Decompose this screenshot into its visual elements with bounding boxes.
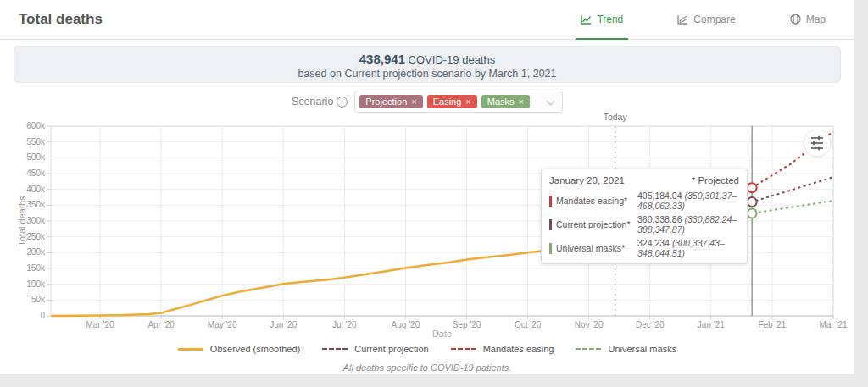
legend-item-observed[interactable]: Observed (smoothed): [178, 344, 300, 354]
tab-map[interactable]: Map: [785, 0, 831, 40]
tab-bar: Trend Compare Map: [576, 0, 831, 40]
hover-marker: [748, 183, 757, 192]
today-label: Today: [604, 112, 628, 122]
tooltip-value: 324,234 (300,337.43–348,044.51): [637, 238, 739, 258]
compare-icon: [677, 14, 688, 25]
tooltip-value: 405,184.04 (350,301.37–468,062.33): [637, 191, 739, 211]
summary-banner: 438,941 COVID-19 deaths based on Current…: [14, 46, 841, 83]
deaths-summary: 438,941 COVID-19 deaths: [14, 52, 840, 66]
svg-text:200k: 200k: [26, 247, 46, 257]
globe-icon: [790, 14, 801, 25]
svg-text:50k: 50k: [31, 295, 46, 304]
tooltip-date: January 20, 2021: [549, 175, 625, 185]
hover-marker: [748, 197, 757, 207]
legend-swatch: [576, 348, 601, 350]
scenario-tag-easing[interactable]: Easing×: [427, 95, 477, 108]
svg-text:May '20: May '20: [208, 320, 237, 329]
deaths-suffix: COVID-19 deaths: [405, 53, 495, 66]
deaths-count: 438,941: [359, 52, 405, 66]
svg-text:Oct '20: Oct '20: [515, 320, 542, 329]
tooltip-row: Universal masks* 324,234 (300,337.43–348…: [549, 238, 739, 258]
svg-text:300k: 300k: [26, 216, 46, 225]
svg-text:0: 0: [40, 311, 45, 320]
tooltip-projected-note: * Projected: [692, 175, 739, 185]
svg-text:500k: 500k: [26, 152, 46, 162]
chart-legend: Observed (smoothed) Current projection M…: [0, 344, 854, 354]
svg-text:350k: 350k: [26, 200, 46, 209]
svg-text:450k: 450k: [26, 169, 46, 178]
legend-swatch: [451, 348, 476, 350]
svg-text:Dec '20: Dec '20: [636, 320, 665, 329]
svg-text:250k: 250k: [26, 232, 46, 241]
chart-tooltip: January 20, 2021 * Projected Mandates ea…: [541, 169, 748, 264]
tooltip-header: January 20, 2021 * Projected: [549, 175, 739, 185]
svg-text:Jun '20: Jun '20: [270, 320, 297, 329]
chart-footnote: All deaths specific to COVID-19 patients…: [0, 362, 854, 373]
tab-trend-label: Trend: [597, 14, 623, 25]
y-axis-label: Total deaths: [17, 196, 27, 246]
svg-text:150k: 150k: [26, 263, 46, 273]
trend-icon: [581, 14, 592, 25]
series-color-bar: [549, 243, 552, 254]
series-color-bar: [549, 219, 552, 230]
scenario-tag-projection[interactable]: Projection×: [359, 95, 422, 108]
svg-text:600k: 600k: [26, 121, 46, 130]
series-color-bar: [549, 196, 552, 207]
svg-text:Mar '20: Mar '20: [86, 320, 114, 329]
svg-text:Jul '20: Jul '20: [332, 320, 357, 329]
app-page: Total deaths Trend Compare Map: [0, 0, 854, 374]
legend-swatch: [322, 348, 348, 350]
remove-tag-icon[interactable]: ×: [411, 97, 416, 107]
tab-trend[interactable]: Trend: [576, 0, 628, 40]
chart-area[interactable]: 050k100k150k200k250k300k350k400k450k500k…: [0, 110, 854, 340]
scenario-tag-masks[interactable]: Masks×: [481, 95, 530, 108]
svg-text:550k: 550k: [26, 137, 46, 147]
tab-compare-label: Compare: [693, 14, 735, 25]
hover-marker: [748, 208, 757, 218]
svg-text:100k: 100k: [26, 279, 46, 289]
svg-text:Sep '20: Sep '20: [453, 320, 481, 329]
tab-map-label: Map: [806, 14, 826, 25]
tooltip-row: Mandates easing* 405,184.04 (350,301.37–…: [549, 191, 739, 211]
remove-tag-icon[interactable]: ×: [519, 97, 524, 107]
info-icon[interactable]: i: [337, 97, 348, 108]
legend-item-universal-masks[interactable]: Universal masks: [576, 344, 676, 354]
page-title: Total deaths: [19, 11, 103, 28]
chevron-down-icon[interactable]: [546, 94, 555, 109]
legend-swatch: [178, 348, 203, 351]
svg-text:Mar '21: Mar '21: [819, 320, 847, 329]
scenario-label: Scenario i: [292, 96, 348, 108]
svg-text:400k: 400k: [26, 185, 46, 194]
legend-item-current-projection[interactable]: Current projection: [322, 344, 428, 354]
svg-text:Apr '20: Apr '20: [147, 320, 175, 329]
legend-item-mandates-easing[interactable]: Mandates easing: [451, 344, 554, 354]
tooltip-value: 360,338.86 (330,882.24–388,347.87): [637, 214, 739, 235]
svg-text:Jan '21: Jan '21: [698, 320, 725, 329]
svg-text:Feb '21: Feb '21: [758, 320, 786, 329]
tooltip-row: Current projection* 360,338.86 (330,882.…: [549, 214, 739, 235]
tab-compare[interactable]: Compare: [672, 0, 740, 40]
series-observed-smoothed-: [51, 242, 607, 316]
x-axis-label: Date: [432, 329, 452, 339]
svg-text:Nov '20: Nov '20: [575, 320, 604, 329]
svg-text:Aug '20: Aug '20: [392, 320, 420, 329]
header: Total deaths Trend Compare Map: [0, 0, 854, 40]
remove-tag-icon[interactable]: ×: [465, 97, 470, 107]
scenario-summary: based on Current projection scenario by …: [14, 68, 840, 80]
